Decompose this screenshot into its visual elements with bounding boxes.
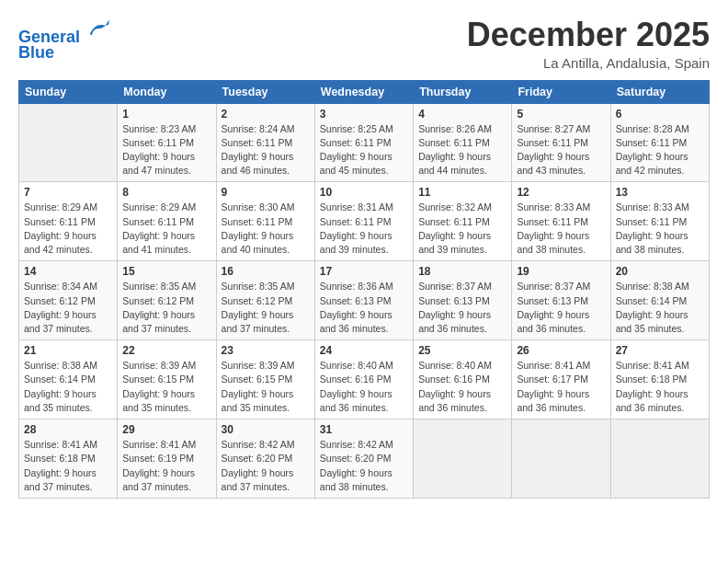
- day-info: Sunrise: 8:31 AMSunset: 6:11 PMDaylight:…: [320, 201, 408, 257]
- day-number: 30: [222, 423, 310, 436]
- day-info: Sunrise: 8:33 AMSunset: 6:11 PMDaylight:…: [616, 201, 704, 257]
- day-number: 14: [24, 265, 112, 278]
- calendar-cell: 3Sunrise: 8:25 AMSunset: 6:11 PMDaylight…: [314, 103, 413, 182]
- calendar-cell: 15Sunrise: 8:35 AMSunset: 6:12 PMDayligh…: [118, 261, 216, 340]
- day-number: 6: [616, 108, 704, 121]
- calendar-cell: [610, 419, 709, 499]
- day-number: 13: [616, 186, 704, 199]
- title-block: December 2025 La Antilla, Andalusia, Spa…: [467, 17, 710, 71]
- calendar-cell: 5Sunrise: 8:27 AMSunset: 6:11 PMDaylight…: [512, 103, 610, 182]
- day-number: 29: [122, 423, 210, 436]
- day-number: 15: [122, 265, 210, 278]
- day-number: 7: [24, 186, 112, 199]
- day-number: 26: [517, 344, 605, 357]
- header: General Blue December 2025 La Antilla, A…: [18, 17, 710, 71]
- calendar-cell: 9Sunrise: 8:30 AMSunset: 6:11 PMDaylight…: [216, 182, 314, 261]
- day-info: Sunrise: 8:33 AMSunset: 6:11 PMDaylight:…: [517, 201, 605, 257]
- weekday-header-tuesday: Tuesday: [216, 80, 314, 103]
- day-info: Sunrise: 8:35 AMSunset: 6:12 PMDaylight:…: [222, 280, 310, 336]
- day-number: 27: [616, 344, 704, 357]
- calendar-table: SundayMondayTuesdayWednesdayThursdayFrid…: [18, 80, 710, 499]
- day-info: Sunrise: 8:40 AMSunset: 6:16 PMDaylight:…: [320, 359, 408, 415]
- day-info: Sunrise: 8:42 AMSunset: 6:20 PMDaylight:…: [320, 438, 408, 494]
- day-info: Sunrise: 8:41 AMSunset: 6:19 PMDaylight:…: [122, 438, 210, 494]
- calendar-cell: 22Sunrise: 8:39 AMSunset: 6:15 PMDayligh…: [118, 340, 216, 419]
- calendar-cell: [512, 419, 610, 499]
- calendar-week-5: 28Sunrise: 8:41 AMSunset: 6:18 PMDayligh…: [19, 419, 710, 499]
- day-info: Sunrise: 8:38 AMSunset: 6:14 PMDaylight:…: [24, 359, 112, 415]
- day-info: Sunrise: 8:37 AMSunset: 6:13 PMDaylight:…: [418, 280, 506, 336]
- calendar-week-2: 7Sunrise: 8:29 AMSunset: 6:11 PMDaylight…: [19, 182, 710, 261]
- day-info: Sunrise: 8:42 AMSunset: 6:20 PMDaylight:…: [222, 438, 310, 494]
- logo-text: General: [18, 17, 112, 47]
- calendar-week-1: 1Sunrise: 8:23 AMSunset: 6:11 PMDaylight…: [19, 103, 710, 182]
- day-info: Sunrise: 8:23 AMSunset: 6:11 PMDaylight:…: [122, 122, 210, 178]
- day-number: 22: [122, 344, 210, 357]
- calendar-cell: 8Sunrise: 8:29 AMSunset: 6:11 PMDaylight…: [118, 182, 216, 261]
- day-number: 10: [320, 186, 408, 199]
- calendar-cell: 16Sunrise: 8:35 AMSunset: 6:12 PMDayligh…: [216, 261, 314, 340]
- page-container: General Blue December 2025 La Antilla, A…: [0, 0, 728, 508]
- calendar-cell: 10Sunrise: 8:31 AMSunset: 6:11 PMDayligh…: [314, 182, 413, 261]
- calendar-cell: 13Sunrise: 8:33 AMSunset: 6:11 PMDayligh…: [610, 182, 709, 261]
- location: La Antilla, Andalusia, Spain: [467, 55, 710, 71]
- weekday-header-sunday: Sunday: [19, 80, 118, 103]
- calendar-cell: 6Sunrise: 8:28 AMSunset: 6:11 PMDaylight…: [610, 103, 709, 182]
- day-info: Sunrise: 8:38 AMSunset: 6:14 PMDaylight:…: [616, 280, 704, 336]
- day-number: 17: [320, 265, 408, 278]
- calendar-cell: 14Sunrise: 8:34 AMSunset: 6:12 PMDayligh…: [19, 261, 118, 340]
- day-number: 16: [222, 265, 310, 278]
- calendar-cell: 24Sunrise: 8:40 AMSunset: 6:16 PMDayligh…: [314, 340, 413, 419]
- calendar-cell: 30Sunrise: 8:42 AMSunset: 6:20 PMDayligh…: [216, 419, 314, 499]
- day-info: Sunrise: 8:36 AMSunset: 6:13 PMDaylight:…: [320, 280, 408, 336]
- day-number: 31: [320, 423, 408, 436]
- calendar-cell: 25Sunrise: 8:40 AMSunset: 6:16 PMDayligh…: [414, 340, 512, 419]
- day-info: Sunrise: 8:26 AMSunset: 6:11 PMDaylight:…: [418, 122, 506, 178]
- calendar-cell: 23Sunrise: 8:39 AMSunset: 6:15 PMDayligh…: [216, 340, 314, 419]
- calendar-cell: 19Sunrise: 8:37 AMSunset: 6:13 PMDayligh…: [512, 261, 610, 340]
- day-info: Sunrise: 8:41 AMSunset: 6:18 PMDaylight:…: [24, 438, 112, 494]
- calendar-cell: 12Sunrise: 8:33 AMSunset: 6:11 PMDayligh…: [512, 182, 610, 261]
- month-title: December 2025: [467, 17, 710, 53]
- calendar-cell: 27Sunrise: 8:41 AMSunset: 6:18 PMDayligh…: [610, 340, 709, 419]
- calendar-week-3: 14Sunrise: 8:34 AMSunset: 6:12 PMDayligh…: [19, 261, 710, 340]
- day-number: 8: [122, 186, 210, 199]
- calendar-cell: 18Sunrise: 8:37 AMSunset: 6:13 PMDayligh…: [414, 261, 512, 340]
- calendar-header-row: SundayMondayTuesdayWednesdayThursdayFrid…: [19, 80, 710, 103]
- day-number: 2: [222, 108, 310, 121]
- day-info: Sunrise: 8:41 AMSunset: 6:17 PMDaylight:…: [517, 359, 605, 415]
- day-number: 24: [320, 344, 408, 357]
- logo-bird-icon: [86, 17, 112, 42]
- day-number: 4: [418, 108, 506, 121]
- weekday-header-saturday: Saturday: [610, 80, 709, 103]
- calendar-cell: 17Sunrise: 8:36 AMSunset: 6:13 PMDayligh…: [314, 261, 413, 340]
- day-info: Sunrise: 8:25 AMSunset: 6:11 PMDaylight:…: [320, 122, 408, 178]
- day-info: Sunrise: 8:30 AMSunset: 6:11 PMDaylight:…: [222, 201, 310, 257]
- day-number: 23: [222, 344, 310, 357]
- day-info: Sunrise: 8:35 AMSunset: 6:12 PMDaylight:…: [122, 280, 210, 336]
- calendar-cell: 1Sunrise: 8:23 AMSunset: 6:11 PMDaylight…: [118, 103, 216, 182]
- day-number: 12: [517, 186, 605, 199]
- weekday-header-friday: Friday: [512, 80, 610, 103]
- day-number: 18: [418, 265, 506, 278]
- day-info: Sunrise: 8:29 AMSunset: 6:11 PMDaylight:…: [24, 201, 112, 257]
- day-number: 21: [24, 344, 112, 357]
- day-info: Sunrise: 8:32 AMSunset: 6:11 PMDaylight:…: [418, 201, 506, 257]
- day-number: 19: [517, 265, 605, 278]
- day-number: 20: [616, 265, 704, 278]
- calendar-cell: 29Sunrise: 8:41 AMSunset: 6:19 PMDayligh…: [118, 419, 216, 499]
- day-info: Sunrise: 8:41 AMSunset: 6:18 PMDaylight:…: [616, 359, 704, 415]
- day-info: Sunrise: 8:40 AMSunset: 6:16 PMDaylight:…: [418, 359, 506, 415]
- calendar-body: 1Sunrise: 8:23 AMSunset: 6:11 PMDaylight…: [19, 103, 710, 498]
- day-number: 1: [122, 108, 210, 121]
- calendar-cell: 2Sunrise: 8:24 AMSunset: 6:11 PMDaylight…: [216, 103, 314, 182]
- weekday-header-wednesday: Wednesday: [314, 80, 413, 103]
- day-number: 25: [418, 344, 506, 357]
- day-number: 11: [418, 186, 506, 199]
- calendar-cell: 4Sunrise: 8:26 AMSunset: 6:11 PMDaylight…: [414, 103, 512, 182]
- calendar-cell: 28Sunrise: 8:41 AMSunset: 6:18 PMDayligh…: [19, 419, 118, 499]
- day-info: Sunrise: 8:29 AMSunset: 6:11 PMDaylight:…: [122, 201, 210, 257]
- calendar-cell: 21Sunrise: 8:38 AMSunset: 6:14 PMDayligh…: [19, 340, 118, 419]
- calendar-cell: 26Sunrise: 8:41 AMSunset: 6:17 PMDayligh…: [512, 340, 610, 419]
- day-info: Sunrise: 8:28 AMSunset: 6:11 PMDaylight:…: [616, 122, 704, 178]
